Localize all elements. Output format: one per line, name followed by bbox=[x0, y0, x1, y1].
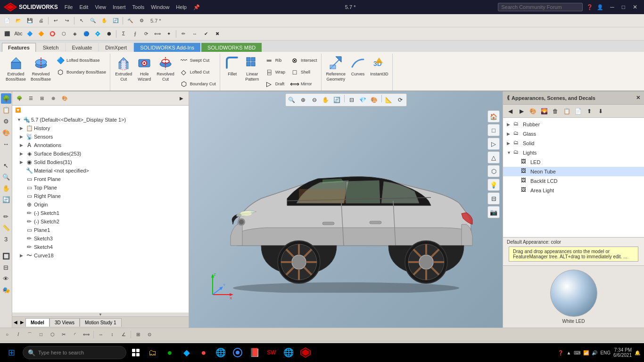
revolved-boss-button[interactable]: RevolvedBoss/Base bbox=[29, 55, 53, 83]
menu-window[interactable]: Window bbox=[148, 3, 172, 11]
vp-section-view-btn[interactable]: ⊟ bbox=[487, 192, 500, 205]
taskbar-green-app[interactable]: ● bbox=[162, 344, 177, 361]
vp-view-triad[interactable]: ⟳ bbox=[395, 95, 405, 105]
wrap-button[interactable]: ⌸ Wrap bbox=[263, 66, 287, 78]
tree-item-plane1[interactable]: ▶ ▭ Plane1 bbox=[12, 226, 189, 234]
taskbar-search[interactable]: 🔍 Type here to search bbox=[23, 346, 126, 359]
solid-bodies-arrow[interactable]: ▶ bbox=[20, 160, 25, 165]
lofted-boss-button[interactable]: 🔷 Lofted Boss/Base bbox=[54, 55, 108, 66]
tree-item-sketch1[interactable]: ▶ ✏ (-) Sketch1 bbox=[12, 209, 189, 217]
tb2-sum[interactable]: Σ bbox=[118, 29, 129, 39]
sensors-arrow[interactable]: ▶ bbox=[20, 134, 25, 139]
tree-item-material[interactable]: ▶ 🔧 Material <not specified> bbox=[12, 166, 189, 175]
vp-display-mode[interactable]: 💎 bbox=[358, 95, 368, 105]
tree-item-surface-bodies[interactable]: ▶ ◈ Surface Bodies(253) bbox=[12, 149, 189, 158]
menu-pin[interactable]: 📌 bbox=[190, 3, 203, 11]
extruded-cut-button[interactable]: ExtrudedCut bbox=[113, 55, 134, 83]
ft-nav-left[interactable]: ◀ bbox=[12, 320, 19, 325]
tree-item-solid-bodies[interactable]: ▶ ◉ Solid Bodies(31) bbox=[12, 158, 189, 166]
taskbar-wifi[interactable]: 📶 bbox=[583, 350, 589, 355]
tab-features[interactable]: Features bbox=[2, 43, 36, 52]
tab-dimxpert[interactable]: DimXpert bbox=[99, 43, 133, 52]
tb2-btn6[interactable]: ⬡ bbox=[58, 29, 69, 39]
ft-expand[interactable]: ▶ bbox=[176, 93, 187, 104]
root-expand[interactable]: ▼ bbox=[17, 117, 22, 122]
tree-item-top-plane[interactable]: ▶ ▭ Top Plane bbox=[12, 183, 189, 192]
menu-view[interactable]: View bbox=[92, 3, 109, 11]
ap-item-solid[interactable]: ▶ 🗂 Solid bbox=[503, 139, 644, 148]
taskbar-acrobat[interactable]: 📕 bbox=[247, 344, 262, 361]
viewport[interactable]: 🔍 ⊕ ⊖ ✋ 🔄 ⊟ 💎 🎨 📐 ⟳ 🏠 □ ▷ △ ⬡ 💡 ⊟ 📷 bbox=[189, 91, 503, 328]
swept-cut-button[interactable]: 〰 Swept Cut bbox=[177, 55, 218, 66]
tb2-btn1[interactable]: ⬛ bbox=[2, 29, 12, 39]
vp-home-view[interactable]: 🏠 bbox=[487, 110, 500, 123]
ap-item-lights[interactable]: ▼ 🗂 Lights bbox=[503, 148, 644, 157]
rib-button[interactable]: ═ Rib bbox=[263, 55, 287, 66]
tree-item-sketch4[interactable]: ▶ ✏ Sketch4 bbox=[12, 243, 189, 251]
taskbar-chrome[interactable] bbox=[230, 344, 245, 361]
history-arrow[interactable]: ▶ bbox=[20, 126, 25, 131]
print-button[interactable]: 🖨 bbox=[36, 16, 46, 26]
ap-delete[interactable]: 🗑 bbox=[550, 106, 561, 116]
vp-zoom-fit[interactable]: 🔍 bbox=[287, 95, 297, 105]
tab-sketch[interactable]: Sketch bbox=[37, 43, 65, 52]
linear-pattern-button[interactable]: LinearPattern bbox=[243, 55, 262, 83]
start-button[interactable]: ⊞ bbox=[2, 344, 21, 361]
lights-expand[interactable]: ▼ bbox=[507, 150, 512, 155]
select-button[interactable]: ↖ bbox=[76, 16, 87, 26]
taskbar-help-icon[interactable]: ❓ bbox=[558, 350, 563, 355]
ap-up[interactable]: ⬆ bbox=[584, 106, 594, 116]
skt-arc[interactable]: ⌒ bbox=[25, 329, 35, 340]
taskbar-solidworks-2017[interactable]: SW bbox=[264, 344, 279, 361]
surface-bodies-arrow[interactable]: ▶ bbox=[20, 151, 25, 156]
menu-help[interactable]: Help bbox=[173, 3, 190, 11]
boundary-cut-button[interactable]: ⬡ Boundary Cut bbox=[177, 78, 218, 90]
tree-item-sketch3[interactable]: ▶ ✏ Sketch3 bbox=[12, 234, 189, 243]
revolved-cut-button[interactable]: RevolvedCut bbox=[155, 55, 176, 83]
select-tool[interactable]: ↖ bbox=[1, 160, 11, 171]
new-button[interactable]: 📄 bbox=[2, 16, 12, 26]
ft-feature-manager[interactable]: 🌳 bbox=[14, 93, 25, 104]
minimize-button[interactable]: ─ bbox=[607, 3, 617, 11]
rubber-expand[interactable]: ▶ bbox=[507, 122, 512, 127]
tb2-check[interactable]: ✔ bbox=[201, 29, 211, 39]
ap-item-neon-tube[interactable]: ▶ 🖼 Neon Tube bbox=[503, 167, 644, 176]
skt-fillet[interactable]: ◜ bbox=[70, 329, 80, 340]
intersect-button[interactable]: ⊗ Intersect bbox=[288, 55, 319, 66]
tree-item-front-plane[interactable]: ▶ ▭ Front Plane bbox=[12, 175, 189, 183]
taskbar-edge[interactable]: 🌐 bbox=[213, 344, 228, 361]
taskbar-notification[interactable]: 🔔 bbox=[635, 350, 640, 355]
taskbar-solidworks-main[interactable] bbox=[298, 344, 313, 361]
tree-item-curve18[interactable]: ▶ 〜 Curve18 bbox=[12, 251, 189, 260]
instant3d-button[interactable]: 3D Instant3D bbox=[368, 55, 390, 78]
ft-grid[interactable]: ⊞ bbox=[37, 93, 47, 104]
ft-color[interactable]: 🎨 bbox=[59, 93, 70, 104]
pan-button[interactable]: ✋ bbox=[99, 16, 109, 26]
vp-top-view[interactable]: △ bbox=[487, 151, 500, 164]
taskbar-chrome-2[interactable]: 🌐 bbox=[281, 344, 296, 361]
taskbar-up-arrow[interactable]: ▲ bbox=[566, 350, 571, 355]
vp-display-style[interactable]: ⬡ bbox=[487, 165, 500, 177]
ap-paste[interactable]: 📄 bbox=[573, 106, 583, 116]
hole-wizard-button[interactable]: HoleWizard bbox=[135, 55, 154, 83]
lofted-cut-button[interactable]: ◇ Lofted Cut bbox=[177, 66, 218, 78]
undo-button[interactable]: ↩ bbox=[50, 16, 61, 26]
skt-rect[interactable]: □ bbox=[36, 329, 46, 340]
dimension-icon[interactable]: ↔ bbox=[1, 139, 11, 149]
feature-manager-icon[interactable]: 🌳 bbox=[1, 93, 11, 104]
tree-root[interactable]: ▼ 🔩 5.7 (Default<<Default>_Display State… bbox=[12, 115, 189, 124]
save-button[interactable]: 💾 bbox=[25, 16, 35, 26]
menu-tools[interactable]: Tools bbox=[130, 3, 148, 11]
menu-edit[interactable]: Edit bbox=[76, 3, 91, 11]
vp-right-view[interactable]: ▷ bbox=[487, 138, 500, 150]
pan-tool[interactable]: ✋ bbox=[1, 183, 11, 193]
tb2-transform[interactable]: ⟳ bbox=[141, 29, 151, 39]
tree-item-history[interactable]: ▶ 📋 History bbox=[12, 124, 189, 132]
panel-collapse-icon[interactable]: ⟪ bbox=[507, 95, 510, 101]
appearance-tool[interactable]: 🎭 bbox=[1, 285, 11, 295]
tb2-btn10[interactable]: ⬢ bbox=[104, 29, 114, 39]
ap-item-backlit-lcd[interactable]: ▶ 🖼 Backlit LCD bbox=[503, 176, 644, 186]
reference-geometry-button[interactable]: ReferenceGeometry bbox=[324, 55, 348, 83]
ap-down[interactable]: ⬇ bbox=[595, 106, 606, 116]
tb2-sketch[interactable]: ✏ bbox=[178, 29, 189, 39]
